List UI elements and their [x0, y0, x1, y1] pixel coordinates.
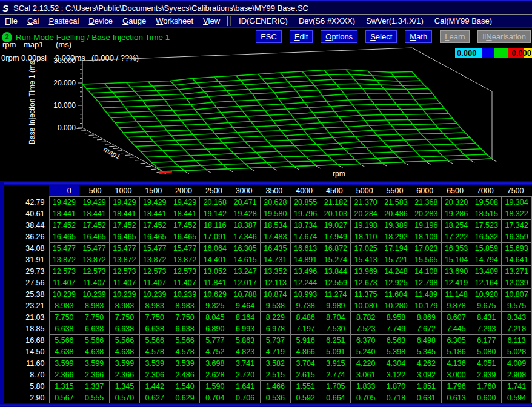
table-cell[interactable]: 16.465: [49, 231, 79, 243]
table-cell[interactable]: 0.631: [411, 392, 441, 404]
table-cell[interactable]: 16.064: [200, 243, 230, 254]
table-cell[interactable]: 4.578: [170, 346, 200, 358]
table-cell[interactable]: 1.760: [471, 381, 502, 392]
table-cell[interactable]: 17.091: [200, 231, 230, 243]
table-cell[interactable]: 6.638: [170, 323, 200, 335]
table-cell[interactable]: 4.752: [200, 346, 230, 358]
table-cell[interactable]: 10.920: [471, 289, 502, 300]
menu-item-view[interactable]: View: [198, 16, 225, 25]
table-cell[interactable]: 12.573: [170, 266, 200, 277]
table-cell[interactable]: 11.407: [170, 277, 200, 289]
table-cell[interactable]: 13.271: [502, 266, 532, 277]
table-cell[interactable]: 11.407: [110, 277, 140, 289]
table-cell[interactable]: 10.280: [381, 300, 411, 312]
table-cell[interactable]: 19.027: [321, 220, 351, 231]
table-cell[interactable]: 13.872: [49, 254, 79, 266]
table-cell[interactable]: 3.599: [49, 358, 79, 369]
table-cell[interactable]: 17.342: [502, 220, 532, 231]
table-cell[interactable]: 7.750: [139, 312, 170, 323]
table-cell[interactable]: 19.142: [200, 208, 230, 220]
table-cell[interactable]: 7.672: [411, 323, 441, 335]
table-cell[interactable]: 20.486: [381, 208, 411, 220]
table-cell[interactable]: 8.958: [381, 312, 411, 323]
table-cell[interactable]: 5.186: [441, 346, 471, 358]
table-cell[interactable]: 20.168: [200, 197, 230, 208]
table-cell[interactable]: 5.240: [351, 346, 381, 358]
table-cell[interactable]: 20.320: [441, 197, 471, 208]
table-cell[interactable]: 19.429: [110, 197, 140, 208]
row-header-38.44[interactable]: 38.44: [4, 220, 49, 231]
table-cell[interactable]: 2.366: [110, 369, 140, 381]
row-header-25.38[interactable]: 25.38: [4, 289, 49, 300]
table-cell[interactable]: 18.441: [79, 208, 110, 220]
table-cell[interactable]: 9.464: [230, 300, 261, 312]
menu-item-worksheet[interactable]: Worksheet: [151, 16, 198, 25]
row-header-34.08[interactable]: 34.08: [4, 243, 49, 254]
table-cell[interactable]: 3.539: [170, 358, 200, 369]
column-header-1500[interactable]: 1500: [139, 185, 170, 197]
table-cell[interactable]: 6.370: [351, 335, 381, 346]
table-cell[interactable]: 15.274: [321, 254, 351, 266]
table-cell[interactable]: 1.540: [170, 381, 200, 392]
table-cell[interactable]: 2.615: [290, 369, 321, 381]
row-header-14.50[interactable]: 14.50: [4, 346, 49, 358]
table-cell[interactable]: 12.573: [79, 266, 110, 277]
table-cell[interactable]: 16.305: [230, 243, 261, 254]
table-cell[interactable]: 1.641: [230, 381, 261, 392]
table-cell[interactable]: 13.872: [139, 254, 170, 266]
table-cell[interactable]: 4.823: [230, 346, 261, 358]
column-header-5500[interactable]: 5500: [381, 185, 411, 197]
row-header-27.56[interactable]: 27.56: [4, 277, 49, 289]
table-cell[interactable]: 6.251: [321, 335, 351, 346]
row-header-40.61[interactable]: 40.61: [4, 208, 49, 220]
table-cell[interactable]: 11.407: [139, 277, 170, 289]
table-cell[interactable]: 0.629: [170, 392, 200, 404]
table-cell[interactable]: 8.164: [230, 312, 261, 323]
table-cell[interactable]: 12.164: [471, 277, 502, 289]
table-cell[interactable]: 13.969: [351, 266, 381, 277]
table-cell[interactable]: 15.721: [381, 254, 411, 266]
table-cell[interactable]: 7.749: [381, 323, 411, 335]
plot-table-divider[interactable]: [0, 181, 532, 185]
table-cell[interactable]: 14.401: [200, 254, 230, 266]
table-cell[interactable]: 8.045: [200, 312, 230, 323]
table-cell[interactable]: 17.452: [170, 220, 200, 231]
column-header-0[interactable]: 0: [49, 185, 79, 197]
menu-item-file[interactable]: File: [0, 16, 22, 25]
table-cell[interactable]: 10.239: [49, 289, 79, 300]
table-cell[interactable]: 13.247: [230, 266, 261, 277]
table-cell[interactable]: 18.534: [260, 220, 290, 231]
table-cell[interactable]: 2.366: [79, 369, 110, 381]
table-cell[interactable]: 5.566: [79, 335, 110, 346]
table-cell[interactable]: 1.315: [49, 381, 79, 392]
table-cell[interactable]: 15.565: [411, 254, 441, 266]
table-cell[interactable]: 0.704: [200, 392, 230, 404]
options-button[interactable]: Options: [321, 30, 357, 43]
table-cell[interactable]: 18.292: [381, 231, 411, 243]
table-cell[interactable]: 19.286: [441, 208, 471, 220]
table-cell[interactable]: 12.244: [290, 277, 321, 289]
table-cell[interactable]: 18.254: [441, 220, 471, 231]
table-cell[interactable]: 19.429: [79, 197, 110, 208]
row-header-23.21[interactable]: 23.21: [4, 300, 49, 312]
table-cell[interactable]: 17.452: [110, 220, 140, 231]
table-cell[interactable]: 17.674: [290, 231, 321, 243]
table-cell[interactable]: 14.794: [471, 254, 502, 266]
row-header-8.70[interactable]: 8.70: [4, 369, 49, 381]
table-cell[interactable]: 8.782: [351, 312, 381, 323]
table-cell[interactable]: 3.092: [411, 369, 441, 381]
table-cell[interactable]: 12.113: [260, 277, 290, 289]
table-cell[interactable]: 18.441: [170, 208, 200, 220]
table-cell[interactable]: 10.239: [139, 289, 170, 300]
table-cell[interactable]: 6.305: [441, 335, 471, 346]
table-cell[interactable]: 3.000: [441, 369, 471, 381]
table-cell[interactable]: 12.559: [321, 277, 351, 289]
table-cell[interactable]: 14.615: [230, 254, 261, 266]
table-cell[interactable]: 17.025: [351, 243, 381, 254]
table-cell[interactable]: 13.052: [200, 266, 230, 277]
table-cell[interactable]: 0.570: [110, 392, 140, 404]
table-cell[interactable]: 0.594: [502, 392, 532, 404]
table-cell[interactable]: 5.566: [170, 335, 200, 346]
menu-item-device[interactable]: Device: [84, 16, 118, 25]
table-cell[interactable]: 18.322: [502, 208, 532, 220]
